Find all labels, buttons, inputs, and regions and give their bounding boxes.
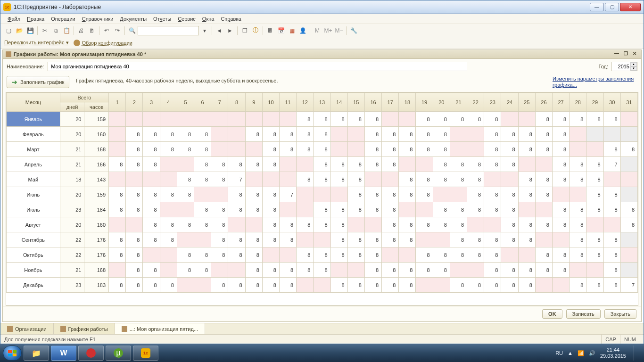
- day-cell[interactable]: 8: [314, 157, 330, 172]
- day-cell[interactable]: [364, 172, 381, 187]
- calc-icon[interactable]: 🖩: [265, 25, 275, 36]
- day-cell[interactable]: 8: [245, 187, 262, 202]
- sub-close-icon[interactable]: ✕: [631, 51, 638, 58]
- day-cell[interactable]: [160, 202, 177, 217]
- redo-icon[interactable]: ↷: [112, 25, 123, 36]
- day-cell[interactable]: 8: [603, 187, 620, 202]
- day-cell[interactable]: [297, 202, 314, 217]
- day-cell[interactable]: 8: [416, 263, 433, 278]
- day-cell[interactable]: 8: [552, 202, 569, 217]
- day-cell[interactable]: 8: [211, 202, 228, 217]
- day-cell[interactable]: 8: [586, 112, 603, 127]
- day-cell[interactable]: [194, 187, 211, 202]
- day-cell[interactable]: 8: [570, 112, 586, 127]
- day-cell[interactable]: 8: [501, 187, 518, 202]
- close-button[interactable]: ✕: [620, 3, 641, 11]
- show-desktop-button[interactable]: [634, 346, 638, 361]
- day-cell[interactable]: 8: [347, 157, 364, 172]
- undo-icon[interactable]: ↶: [101, 25, 112, 36]
- day-cell[interactable]: 8: [382, 232, 399, 247]
- day-cell[interactable]: [416, 157, 433, 172]
- day-cell[interactable]: 8: [347, 247, 364, 263]
- find-icon[interactable]: 🔍: [127, 25, 137, 36]
- day-cell[interactable]: 8: [194, 172, 211, 187]
- menu-reports[interactable]: Отчеты: [150, 15, 174, 23]
- day-cell[interactable]: 8: [364, 263, 381, 278]
- day-cell[interactable]: [160, 247, 177, 263]
- day-cell[interactable]: 8: [143, 157, 160, 172]
- day-cell[interactable]: 8: [552, 172, 569, 187]
- day-cell[interactable]: 8: [109, 202, 126, 217]
- day-cell[interactable]: [620, 247, 637, 263]
- menu-help[interactable]: Справка: [217, 15, 244, 23]
- month-cell[interactable]: Май: [7, 172, 60, 187]
- day-cell[interactable]: 8: [314, 127, 330, 142]
- day-cell[interactable]: [484, 172, 501, 187]
- day-cell[interactable]: [228, 217, 245, 232]
- menu-operations[interactable]: Операции: [48, 15, 78, 23]
- day-cell[interactable]: 8: [211, 247, 228, 263]
- day-cell[interactable]: 8: [535, 263, 552, 278]
- day-cell[interactable]: [262, 247, 279, 263]
- day-cell[interactable]: 8: [570, 232, 586, 247]
- user-icon[interactable]: 👤: [297, 25, 308, 36]
- task-utorrent[interactable]: µ: [106, 346, 131, 361]
- day-cell[interactable]: 8: [330, 247, 347, 263]
- wintab-schedules[interactable]: Графики работы: [54, 323, 115, 334]
- day-cell[interactable]: [416, 202, 433, 217]
- back-icon[interactable]: ◄: [214, 25, 224, 36]
- day-cell[interactable]: 8: [347, 232, 364, 247]
- day-cell[interactable]: [484, 217, 501, 232]
- day-cell[interactable]: 8: [484, 112, 501, 127]
- day-cell[interactable]: 8: [416, 172, 433, 187]
- day-cell[interactable]: 8: [552, 157, 569, 172]
- day-cell[interactable]: 8: [501, 278, 518, 293]
- m-plus-icon[interactable]: M+: [323, 25, 333, 36]
- day-cell[interactable]: 8: [484, 127, 501, 142]
- day-cell[interactable]: 8: [126, 263, 143, 278]
- day-cell[interactable]: 8: [297, 112, 314, 127]
- day-cell[interactable]: 8: [399, 187, 416, 202]
- day-cell[interactable]: 8: [297, 263, 314, 278]
- day-cell[interactable]: [364, 217, 381, 232]
- close-form-button[interactable]: Закрыть: [604, 309, 636, 319]
- tray-sound-icon[interactable]: 🔊: [589, 350, 595, 356]
- day-cell[interactable]: [382, 112, 399, 127]
- day-cell[interactable]: [347, 142, 364, 157]
- day-cell[interactable]: 8: [450, 202, 467, 217]
- day-cell[interactable]: 8: [211, 278, 228, 293]
- day-cell[interactable]: 8: [570, 157, 586, 172]
- day-cell[interactable]: 8: [552, 127, 569, 142]
- day-cell[interactable]: [177, 202, 194, 217]
- task-opera[interactable]: [78, 346, 104, 361]
- day-cell[interactable]: 8: [467, 187, 484, 202]
- day-cell[interactable]: [126, 172, 143, 187]
- day-cell[interactable]: 8: [467, 202, 484, 217]
- day-cell[interactable]: [501, 247, 518, 263]
- day-cell[interactable]: 8: [467, 278, 484, 293]
- day-cell[interactable]: 8: [467, 247, 484, 263]
- month-cell[interactable]: Март: [7, 142, 60, 157]
- wrench-icon[interactable]: 🔧: [348, 25, 359, 36]
- preview-icon[interactable]: 🗎: [87, 25, 97, 36]
- day-cell[interactable]: [211, 127, 228, 142]
- day-cell[interactable]: [535, 202, 552, 217]
- day-cell[interactable]: 8: [160, 278, 177, 293]
- task-1c[interactable]: 1c: [133, 346, 158, 361]
- day-cell[interactable]: 8: [262, 202, 279, 217]
- day-cell[interactable]: [245, 217, 262, 232]
- day-cell[interactable]: 8: [228, 247, 245, 263]
- day-cell[interactable]: [262, 172, 279, 187]
- day-cell[interactable]: 8: [433, 172, 450, 187]
- day-cell[interactable]: 8: [262, 142, 279, 157]
- day-cell[interactable]: [109, 263, 126, 278]
- day-cell[interactable]: 8: [484, 247, 501, 263]
- day-cell[interactable]: [109, 217, 126, 232]
- day-cell[interactable]: 8: [126, 142, 143, 157]
- day-cell[interactable]: 8: [364, 278, 381, 293]
- day-cell[interactable]: 8: [467, 172, 484, 187]
- day-cell[interactable]: 8: [126, 247, 143, 263]
- day-cell[interactable]: 8: [347, 202, 364, 217]
- day-cell[interactable]: 8: [194, 247, 211, 263]
- day-cell[interactable]: 8: [535, 142, 552, 157]
